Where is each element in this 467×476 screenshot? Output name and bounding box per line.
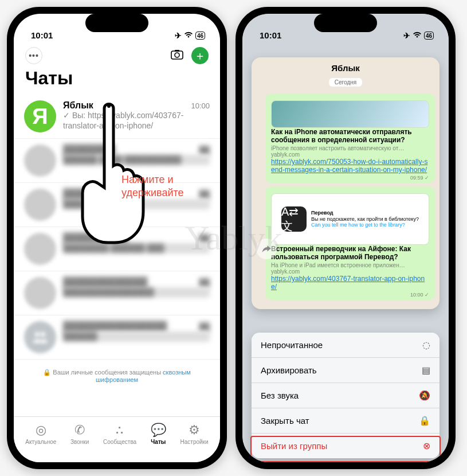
message-host: yablyk.com (271, 268, 429, 275)
more-button[interactable]: ••• (25, 47, 42, 64)
preview-title: Яблык (256, 63, 435, 73)
menu-unread[interactable]: Непрочитанное ◌ (252, 333, 439, 358)
avatar: Я (24, 100, 56, 132)
battery-icon: 46 (424, 32, 434, 40)
tab-settings[interactable]: ⚙︎Настройки (180, 423, 209, 445)
dynamic-island (314, 14, 377, 32)
message-time: 09:59 ✓ (271, 175, 429, 181)
svg-point-3 (35, 332, 40, 337)
battery-icon: 46 (195, 32, 205, 40)
airplane-icon: ✈︎ (175, 31, 182, 40)
svg-rect-2 (175, 50, 179, 52)
phone-left: 10:01 ✈︎ 46 ••• ＋ Чаты Я (7, 7, 227, 469)
chat-icon: 💬 (151, 423, 166, 438)
link-preview-image: A⇄文 Перевод Вы не подскажете, как пройти… (271, 193, 429, 245)
gear-icon: ⚙︎ (189, 423, 200, 438)
message-bubble[interactable]: Как на iPhone автоматически отправлять с… (265, 93, 435, 183)
svg-rect-0 (171, 51, 183, 59)
tab-calls[interactable]: ✆Звонки (70, 423, 89, 445)
svg-point-1 (175, 53, 179, 57)
avatar (24, 277, 56, 309)
lock-icon: 🔒 (419, 415, 430, 426)
date-pill: Сегодня (329, 78, 362, 87)
menu-close-chat[interactable]: Закрыть чат 🔒 (252, 408, 439, 434)
mute-icon: 🔕 (419, 390, 430, 401)
phone-icon: ✆ (74, 423, 85, 438)
wifi-icon (413, 32, 422, 40)
svg-point-4 (41, 332, 45, 337)
svg-point-5 (107, 104, 111, 108)
message-link[interactable]: https://yablyk.com/750053-how-do-i-autom… (271, 158, 427, 174)
message-headline: Встроенный переводчик на Айфоне: Как пол… (271, 245, 429, 261)
chat-time: 10:00 (191, 102, 210, 110)
menu-leave-group[interactable]: Выйти из группы ⊗ (252, 434, 439, 458)
new-chat-button[interactable]: ＋ (191, 47, 209, 64)
airplane-icon: ✈︎ (403, 31, 410, 40)
link-preview-image (271, 100, 429, 128)
context-menu: Непрочитанное ◌ Архивировать ▤ Без звука… (252, 333, 439, 458)
unread-icon: ◌ (422, 340, 430, 350)
status-time: 10:01 (260, 30, 281, 40)
phone-right: 10:01 ✈︎ 46 Яблык Сегодня Как на iPhone … (236, 7, 456, 469)
encryption-notice: 🔒 Ваши личные сообщения защищены сквозны… (14, 360, 220, 383)
pointing-hand-icon (74, 97, 149, 246)
spark-icon: ◎ (36, 423, 46, 438)
chat-row-blurred[interactable]: ███████████████ ████████████████ (14, 271, 220, 315)
menu-archive[interactable]: Архивировать ▤ (252, 358, 439, 383)
tab-communities[interactable]: ⛬Сообщества (103, 423, 136, 445)
page-title: Чаты (14, 68, 220, 95)
avatar (24, 189, 56, 221)
wifi-icon (184, 32, 193, 40)
message-headline: Как на iPhone автоматически отправлять с… (271, 128, 429, 144)
avatar (24, 145, 56, 177)
menu-mute[interactable]: Без звука 🔕 (252, 383, 439, 408)
avatar (24, 233, 56, 265)
tab-chats[interactable]: 💬Чаты (151, 423, 166, 445)
dynamic-island (85, 14, 148, 32)
tab-bar: ◎Актуальное ✆Звонки ⛬Сообщества 💬Чаты ⚙︎… (14, 416, 220, 462)
share-button[interactable] (256, 239, 277, 259)
message-sub: iPhone позволяет настроить автоматическу… (271, 145, 429, 151)
people-icon: ⛬ (113, 423, 126, 438)
chat-row-blurred[interactable]: ██████████████████ ██████ (14, 315, 220, 360)
status-time: 10:01 (31, 30, 53, 40)
message-sub: На iPhone и iPad имеется встроенное прил… (271, 262, 429, 268)
translate-app-icon: A⇄文 (281, 206, 307, 232)
leave-icon: ⊗ (423, 440, 430, 451)
hint-text: Нажмите и удерживайте (121, 173, 184, 200)
archive-icon: ▤ (422, 365, 430, 376)
message-link[interactable]: https://yablyk.com/403767-translator-app… (271, 275, 425, 291)
camera-icon[interactable] (171, 49, 183, 63)
tab-actual[interactable]: ◎Актуальное (25, 423, 56, 445)
message-bubble[interactable]: A⇄文 Перевод Вы не подскажете, как пройти… (265, 186, 435, 300)
chat-preview-card[interactable]: Яблык Сегодня Как на iPhone автоматическ… (252, 57, 439, 309)
message-time: 10:00 ✓ (271, 292, 429, 298)
message-host: yablyk.com (271, 151, 429, 158)
avatar (24, 321, 56, 353)
